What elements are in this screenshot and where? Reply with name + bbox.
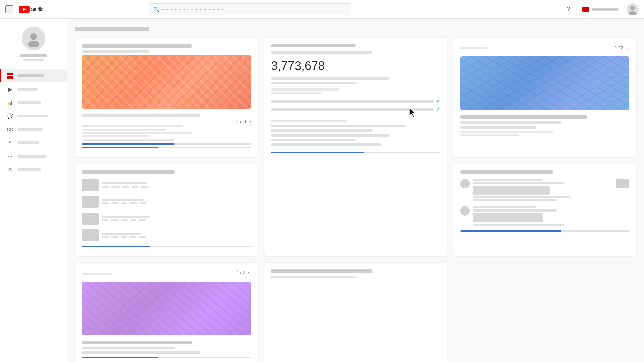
chevron-right-icon[interactable]: › bbox=[249, 119, 251, 124]
check-bar-2 bbox=[271, 108, 434, 111]
bottom-bar-3 bbox=[271, 134, 389, 137]
page-title bbox=[75, 27, 149, 31]
card3-tiny1 bbox=[460, 131, 553, 133]
bottom-bar-4 bbox=[271, 139, 356, 141]
customization-icon: ✏ bbox=[7, 153, 13, 160]
list-stat-2d bbox=[130, 202, 137, 204]
sidebar-label bbox=[17, 88, 38, 90]
next-btn-card6[interactable]: › bbox=[247, 269, 251, 276]
main-content: 2 of 6 › 3,773,678 bbox=[67, 19, 644, 362]
card6-title bbox=[82, 341, 192, 344]
sidebar-item-settings[interactable]: ⚙ bbox=[0, 163, 67, 176]
comment-text-2 bbox=[473, 206, 612, 226]
stat-label bbox=[271, 44, 356, 47]
video-thumbnail-blue bbox=[460, 56, 629, 110]
comment-progress-bar bbox=[460, 230, 629, 232]
search-bar[interactable]: 🔍 bbox=[149, 3, 350, 15]
header: Studio 🔍 ? bbox=[0, 0, 644, 19]
avatar bbox=[22, 27, 45, 50]
list-progress-bar bbox=[82, 246, 251, 247]
card-bottom-right bbox=[264, 263, 447, 362]
sidebar-item-comments[interactable]: 💬 bbox=[0, 109, 67, 123]
prev-btn-card3[interactable]: ‹ bbox=[609, 44, 613, 51]
check-bar-1 bbox=[271, 100, 434, 103]
list-stat-4e bbox=[139, 236, 146, 238]
card7-sub1 bbox=[271, 276, 356, 278]
list-meta-row-1 bbox=[102, 186, 251, 188]
sidebar-label bbox=[17, 168, 41, 171]
bottom-bar-1 bbox=[271, 125, 406, 127]
list-meta-4 bbox=[102, 233, 251, 238]
sidebar-item-subtitles[interactable]: CC bbox=[0, 123, 67, 136]
help-button[interactable]: ? bbox=[562, 3, 574, 15]
progress-fill-1 bbox=[82, 143, 175, 145]
card6-progress-wrap bbox=[82, 357, 251, 358]
channel-flag[interactable] bbox=[580, 6, 621, 13]
sidebar-item-dashboard[interactable] bbox=[0, 69, 67, 82]
card-comments bbox=[453, 164, 636, 256]
list-bar-a2 bbox=[102, 199, 144, 201]
list-stat1 bbox=[102, 186, 109, 188]
list-meta-row-3 bbox=[102, 219, 251, 221]
card7-title bbox=[271, 269, 372, 273]
card3-tiny2 bbox=[460, 134, 519, 136]
check-row-2: ✓ bbox=[271, 106, 440, 113]
comment-bar-1c bbox=[473, 196, 571, 198]
stat-bar2 bbox=[271, 82, 356, 84]
card-video-orange: 2 of 6 › bbox=[75, 38, 258, 157]
dashboard-icon bbox=[7, 72, 13, 79]
menu-icon[interactable] bbox=[5, 5, 13, 13]
monetization-icon: $ bbox=[7, 139, 13, 146]
profile-name-bar bbox=[20, 54, 47, 57]
card6-header: ‹ 1 / 2 › bbox=[82, 269, 251, 279]
search-input[interactable] bbox=[162, 7, 346, 12]
content-icon: ▶ bbox=[7, 86, 13, 93]
sidebar-item-content[interactable]: ▶ bbox=[0, 82, 67, 96]
list-progress-wrap bbox=[82, 246, 251, 247]
comments-icon: 💬 bbox=[7, 113, 13, 119]
comment-bar-1b bbox=[473, 182, 564, 184]
subtitles-icon: CC bbox=[7, 126, 13, 133]
flag-icon bbox=[582, 7, 589, 12]
card-list bbox=[75, 164, 258, 256]
yt-logo: Studio bbox=[19, 6, 43, 13]
comment-text-1 bbox=[473, 179, 612, 201]
comment-bar-1d bbox=[473, 199, 557, 201]
sidebar: ▶ 📊 💬 CC $ ✏ ⚙ bbox=[0, 19, 67, 362]
sidebar-item-monetization[interactable]: $ bbox=[0, 136, 67, 149]
cards-grid: 2 of 6 › 3,773,678 bbox=[75, 38, 636, 362]
comment-block-2 bbox=[473, 213, 543, 222]
list-thumb-1 bbox=[82, 179, 99, 191]
profile-sub-bar bbox=[23, 59, 44, 61]
video-thumbnail-purple bbox=[82, 282, 251, 335]
list-thumb-4 bbox=[82, 229, 99, 241]
comment-action-1[interactable] bbox=[616, 179, 629, 188]
video-thumbnail-orange bbox=[82, 55, 251, 109]
card3-label bbox=[460, 47, 487, 49]
card3-pagination: ‹ 1 / 2 › bbox=[609, 44, 629, 51]
check-icon-1: ✓ bbox=[436, 98, 440, 104]
list-progress-fill bbox=[82, 246, 150, 247]
sidebar-label bbox=[17, 115, 48, 117]
card-sub bbox=[82, 50, 150, 53]
stat-progress-wrap bbox=[271, 152, 440, 153]
sidebar-item-customization[interactable]: ✏ bbox=[0, 149, 67, 163]
prev-btn-card6[interactable]: ‹ bbox=[230, 269, 235, 276]
card-blue-thumb: ‹ 1 / 2 › bbox=[453, 38, 636, 157]
list-stat-4a bbox=[102, 236, 109, 238]
channel-name-bar bbox=[592, 8, 619, 11]
list-stat-3d bbox=[131, 219, 136, 221]
user-avatar-button[interactable] bbox=[627, 3, 639, 15]
list-stat-2e bbox=[140, 202, 146, 204]
card3-sub2 bbox=[460, 126, 536, 129]
stat-value: 3,773,678 bbox=[271, 59, 440, 73]
next-btn-card3[interactable]: › bbox=[625, 44, 629, 51]
sidebar-item-analytics[interactable]: 📊 bbox=[0, 96, 67, 109]
studio-label: Studio bbox=[31, 7, 43, 12]
list-meta-row-2 bbox=[102, 202, 251, 204]
svg-point-2 bbox=[630, 6, 635, 10]
comment-bar-2b bbox=[473, 209, 557, 212]
stat-progress-bar bbox=[271, 152, 440, 153]
bottom-bar-5 bbox=[271, 143, 381, 146]
svg-point-4 bbox=[30, 33, 37, 40]
